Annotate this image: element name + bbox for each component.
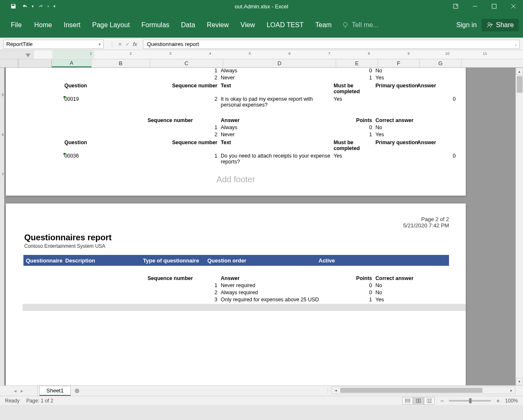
row-31[interactable]: 1 Never required 0 No <box>48 283 466 290</box>
row-27[interactable]: Question Sequence number Text Must be co… <box>48 139 466 153</box>
maximize-button[interactable] <box>485 0 504 13</box>
row-26[interactable]: 2 Never 1 Yes <box>48 132 466 139</box>
row-22[interactable]: 00019 2 It is okay to pad my expense rep… <box>48 96 466 110</box>
scroll-up-button[interactable]: ▴ <box>516 68 523 75</box>
zoom-slider-thumb[interactable] <box>469 398 472 403</box>
page-layout-view-button[interactable] <box>413 397 424 405</box>
normal-view-button[interactable] <box>402 397 413 405</box>
column-header-E[interactable]: E <box>336 59 378 67</box>
vertical-scrollbar[interactable]: ▴ ▾ <box>515 68 523 385</box>
zoom-level[interactable]: 100% <box>505 398 518 404</box>
dots-icon: ⋮ <box>110 41 115 47</box>
page-break-view-button[interactable] <box>424 397 435 405</box>
row-35[interactable] <box>48 311 466 318</box>
row-24[interactable]: Sequence number Answer Points Correct an… <box>48 117 466 125</box>
minimize-button[interactable] <box>465 0 485 13</box>
column-header-B[interactable]: B <box>92 59 150 67</box>
row-21[interactable]: Question Sequence number Text Must be co… <box>48 82 466 96</box>
row-36[interactable] <box>48 318 466 325</box>
select-all-triangle-icon[interactable] <box>26 53 31 57</box>
tab-data[interactable]: Data <box>175 13 201 38</box>
scroll-right-button[interactable]: ▸ <box>508 387 515 394</box>
column-header-C[interactable]: C <box>150 59 223 67</box>
qat-customize-icon[interactable]: ▾ <box>54 4 56 8</box>
chevron-down-icon[interactable]: ▾ <box>99 42 101 46</box>
add-sheet-button[interactable]: ⊕ <box>71 386 83 396</box>
tab-review[interactable]: Review <box>201 13 235 38</box>
row-42[interactable] <box>48 361 466 368</box>
svg-rect-15 <box>419 399 421 403</box>
page-1-box: 19 20 21 22 23 24 25 26 27 28 1 Always 0 <box>6 68 466 196</box>
row-19[interactable]: 1 Always 0 No <box>48 68 466 75</box>
insert-function-button[interactable]: fx <box>133 41 137 47</box>
row-32[interactable]: 2 Always required 0 No <box>48 290 466 297</box>
undo-button[interactable] <box>20 1 30 11</box>
enter-formula-button[interactable]: ✓ <box>125 41 130 47</box>
sheet-nav-buttons[interactable]: ◄ ► <box>0 386 38 396</box>
row-38[interactable] <box>48 332 466 339</box>
title-bar: ▾ ▾ ▾ out.Admin.xlsx - Excel <box>0 0 523 13</box>
row-33[interactable]: 3 Only required for expenses above 25 US… <box>48 297 466 304</box>
name-box[interactable]: ReportTitle ▾ <box>3 40 104 49</box>
status-bar: Ready Page: 1 of 2 − + 100% <box>0 396 523 405</box>
row-41[interactable] <box>48 354 466 361</box>
expand-formula-bar-icon[interactable]: ⌄ <box>514 42 518 46</box>
column-header-A[interactable]: A <box>52 59 92 67</box>
row-29[interactable] <box>48 268 466 275</box>
sheet-nav-next-icon[interactable]: ► <box>20 389 24 393</box>
scroll-down-button[interactable]: ▾ <box>516 378 523 385</box>
tell-me-search[interactable]: Tell me... <box>342 21 378 29</box>
scroll-left-button[interactable]: ◂ <box>332 387 339 394</box>
quick-access-toolbar: ▾ ▾ ▾ <box>0 1 56 11</box>
hscroll-track[interactable] <box>339 387 508 394</box>
file-tab[interactable]: File <box>4 13 28 38</box>
svg-rect-2 <box>492 4 496 8</box>
sheet-canvas[interactable]: 19 20 21 22 23 24 25 26 27 28 1 Always 0 <box>4 68 523 385</box>
column-header-G[interactable]: G <box>420 59 462 67</box>
page-indicator: Page 2 of 2 <box>6 216 449 222</box>
formula-input[interactable]: Questionnaires report ⌄ <box>143 40 520 49</box>
zoom-out-button[interactable]: − <box>439 397 445 404</box>
tab-load-test[interactable]: LOAD TEST <box>261 13 310 38</box>
tab-home[interactable]: Home <box>28 13 58 38</box>
ruler-track[interactable]: 1 2 3 4 5 6 7 8 9 10 11 <box>33 50 523 59</box>
formula-bar: ReportTitle ▾ ⋮ ✕ ✓ fx Questionnaires re… <box>0 38 523 50</box>
scroll-thumb[interactable] <box>517 76 523 93</box>
undo-dropdown-icon[interactable]: ▾ <box>32 4 34 8</box>
tab-insert[interactable]: Insert <box>58 13 86 38</box>
row-37[interactable] <box>48 325 466 332</box>
redo-button[interactable] <box>36 1 46 11</box>
row-40[interactable] <box>48 346 466 354</box>
tab-team[interactable]: Team <box>309 13 337 38</box>
column-header-F[interactable]: F <box>378 59 420 67</box>
ribbon-display-options-button[interactable] <box>446 0 465 13</box>
redo-dropdown-icon[interactable]: ▾ <box>47 4 49 8</box>
tab-view[interactable]: View <box>235 13 260 38</box>
column-headers: A B C D E F G <box>0 59 523 68</box>
row-28[interactable]: 00036 1 Do you need to attach receipts t… <box>48 153 466 167</box>
sheet-nav-prev-icon[interactable]: ◄ <box>13 389 18 393</box>
svg-rect-16 <box>427 399 432 403</box>
column-header-D[interactable]: D <box>223 59 336 67</box>
row-34[interactable] <box>23 304 466 311</box>
row-39[interactable] <box>48 339 466 346</box>
sheet-tab-sheet1[interactable]: Sheet1 <box>39 386 71 396</box>
horizontal-scrollbar[interactable]: ◂ ▸ <box>332 387 515 394</box>
share-button[interactable]: Share <box>482 19 519 31</box>
row-25[interactable]: 1 Always 0 No <box>48 125 466 132</box>
tab-split-handle[interactable]: ⋮ <box>326 388 330 393</box>
close-button[interactable] <box>504 0 523 13</box>
tab-formulas[interactable]: Formulas <box>135 13 175 38</box>
add-footer-placeholder[interactable]: Add footer <box>6 167 466 192</box>
cancel-formula-button[interactable]: ✕ <box>118 41 122 47</box>
row-30[interactable]: Sequence number Answer Points Correct an… <box>48 275 466 283</box>
zoom-in-button[interactable]: + <box>495 397 501 404</box>
save-button[interactable] <box>8 1 18 11</box>
sign-in-button[interactable]: Sign in <box>456 21 477 29</box>
row-23[interactable] <box>48 110 466 117</box>
svg-rect-14 <box>416 399 418 403</box>
tab-page-layout[interactable]: Page Layout <box>86 13 135 38</box>
hscroll-thumb[interactable] <box>340 388 482 393</box>
zoom-slider[interactable] <box>449 400 491 402</box>
row-20[interactable]: 2 Never 1 Yes <box>48 75 466 82</box>
